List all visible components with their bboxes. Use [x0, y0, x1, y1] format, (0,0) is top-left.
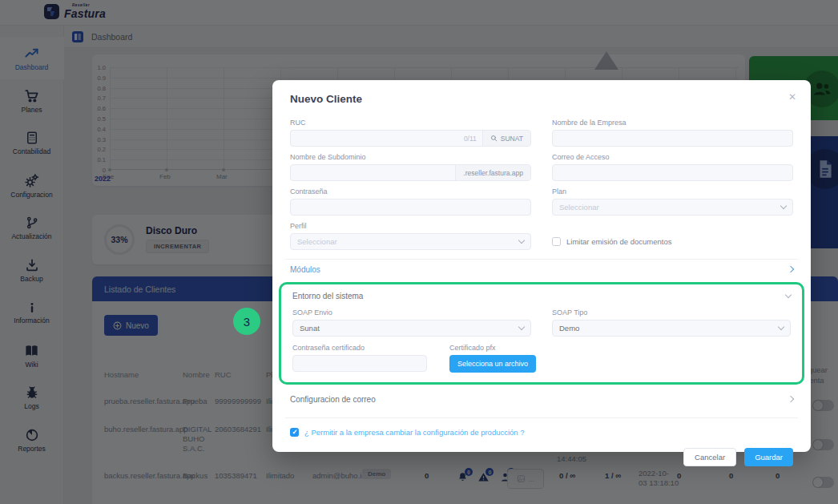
correo-field: Correo de Acceso — [552, 153, 793, 181]
subdominio-label: Nombre de Subdominio — [290, 153, 531, 161]
close-icon[interactable]: ✕ — [788, 91, 796, 103]
soap-tipo-select[interactable]: Demo — [552, 320, 791, 337]
permitir-checkbox[interactable] — [290, 428, 299, 437]
contrasena-input[interactable] — [291, 200, 530, 215]
correo-label: Correo de Acceso — [552, 153, 793, 161]
permitir-label: ¿ Permitir a la empresa cambiar la confi… — [304, 428, 525, 437]
correo-input[interactable] — [553, 165, 792, 180]
ruc-counter: 0/11 — [464, 135, 482, 143]
perfil-select[interactable]: Seleccionar — [290, 233, 531, 250]
search-icon — [490, 135, 498, 142]
subdomain-suffix: .reseller.fastura.app — [455, 165, 530, 180]
annotation-number: 3 — [244, 315, 250, 329]
chevron-right-icon — [788, 396, 794, 402]
contrasena-label: Contraseña — [290, 187, 531, 196]
correo-config-label: Configuracion de correo — [290, 395, 376, 404]
soap-envio-value: Sunat — [300, 324, 320, 333]
subdominio-input[interactable] — [291, 165, 455, 180]
annotation-step-badge: 3 — [233, 308, 260, 335]
limitar-label: Limitar emisión de documentos — [566, 237, 671, 246]
section-entorno[interactable]: Entorno del sistema — [292, 286, 791, 305]
entorno-section-highlight: Entorno del sistema SOAP Envio Sunat SOA… — [279, 282, 804, 385]
plan-select[interactable]: Seleccionar — [552, 199, 793, 216]
divider — [285, 417, 798, 418]
plan-placeholder: Seleccionar — [559, 203, 599, 212]
limitar-checkbox-row: Limitar emisión de documentos — [552, 233, 793, 250]
soap-envio-label: SOAP Envio — [292, 308, 531, 317]
modulos-label: Módulos — [290, 265, 320, 274]
plan-field: Plan Seleccionar — [552, 187, 793, 216]
chevron-right-icon — [788, 266, 794, 272]
sunat-button[interactable]: SUNAT — [482, 131, 530, 146]
soap-envio-select[interactable]: Sunat — [292, 320, 531, 337]
contrasena-field: Contraseña — [290, 187, 531, 216]
section-correo-config[interactable]: Configuracion de correo — [290, 389, 793, 409]
cert-pass-label: Contraseña certificado — [292, 344, 427, 352]
perfil-placeholder: Seleccionar — [297, 237, 337, 246]
select-file-button[interactable]: Selecciona un archivo — [449, 355, 536, 373]
empresa-field: Nombre de la Empresa — [552, 119, 793, 147]
section-modulos[interactable]: Módulos — [290, 260, 793, 279]
cancel-button[interactable]: Cancelar — [683, 448, 736, 466]
entorno-label: Entorno del sistema — [292, 292, 363, 300]
plan-label: Plan — [552, 187, 793, 196]
new-client-modal: Nuevo Cliente ✕ RUC 0/11 SUNAT Nombre de… — [272, 80, 811, 452]
perfil-field: Perfil Seleccionar — [290, 222, 531, 250]
empresa-label: Nombre de la Empresa — [552, 119, 793, 127]
chevron-down-icon — [785, 291, 792, 297]
soap-tipo-label: SOAP Tipo — [552, 308, 791, 317]
soap-tipo-field: SOAP Tipo Demo — [552, 308, 791, 337]
chevron-down-icon — [518, 237, 525, 244]
cert-pfx-field: Certificado pfx Selecciona un archivo — [449, 344, 536, 373]
subdominio-field: Nombre de Subdominio .reseller.fastura.a… — [290, 153, 531, 181]
soap-envio-field: SOAP Envio Sunat — [292, 308, 531, 337]
modal-title: Nuevo Cliente — [290, 93, 793, 105]
chevron-down-icon — [518, 324, 525, 330]
cert-pass-input[interactable] — [293, 356, 426, 371]
ruc-field: RUC 0/11 SUNAT — [290, 119, 531, 147]
save-button[interactable]: Guardar — [744, 448, 793, 466]
empresa-input[interactable] — [553, 131, 792, 146]
soap-tipo-value: Demo — [559, 324, 579, 333]
permitir-checkbox-row: ¿ Permitir a la empresa cambiar la confi… — [290, 428, 793, 437]
sunat-label: SUNAT — [501, 135, 523, 143]
ruc-label: RUC — [290, 119, 531, 127]
cert-pass-field: Contraseña certificado — [292, 344, 427, 373]
limitar-checkbox[interactable] — [552, 237, 561, 246]
ruc-input[interactable] — [291, 131, 464, 146]
app-root: Reseller Fastura Dashboard Dashboard Pla… — [0, 0, 838, 504]
perfil-label: Perfil — [290, 222, 531, 230]
cert-pfx-label: Certificado pfx — [449, 344, 536, 352]
chevron-down-icon — [780, 203, 787, 209]
chevron-down-icon — [778, 324, 784, 330]
